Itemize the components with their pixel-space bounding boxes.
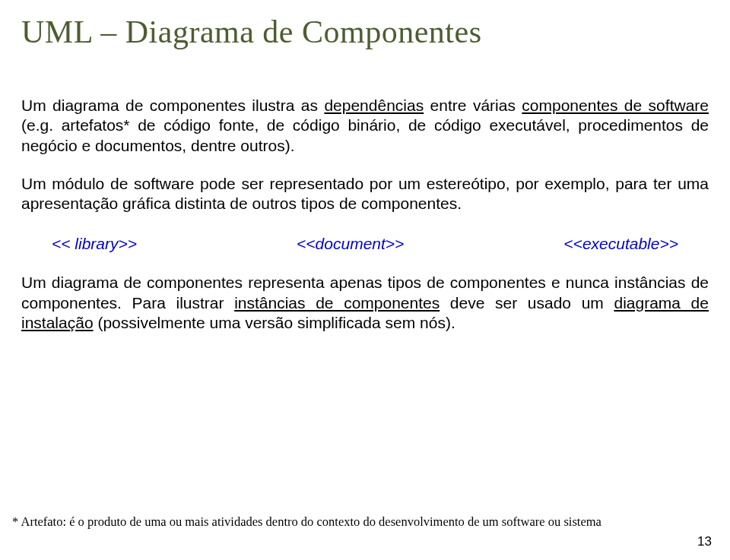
paragraph-2: Um módulo de software pode ser represent… [21, 174, 709, 214]
footnote: * Artefato: é o produto de uma ou mais a… [12, 514, 601, 530]
paragraph-3: Um diagrama de componentes representa ap… [21, 273, 709, 333]
footnote-label: * Artefato: [12, 514, 66, 529]
text-underline-dependencias: dependências [324, 96, 424, 114]
stereotype-row: << library>> <<document>> <<executable>> [21, 232, 709, 273]
stereotype-library: << library>> [52, 235, 137, 253]
text-fragment: (possivelmente uma versão simplificada s… [94, 314, 455, 331]
paragraph-1: Um diagrama de componentes ilustra as de… [21, 96, 709, 156]
stereotype-executable: <<executable>> [563, 235, 678, 253]
text-fragment: Um diagrama de componentes ilustra as [21, 96, 324, 114]
text-fragment: deve ser usado um [440, 294, 614, 312]
text-underline-componentes: componentes de software [522, 96, 709, 114]
page-title: UML – Diagrama de Componentes [21, 14, 709, 50]
text-fragment: (e.g. artefatos* de código fonte, de cód… [21, 116, 709, 153]
footnote-text: é o produto de uma ou mais atividades de… [66, 514, 601, 529]
stereotype-document: <<document>> [297, 235, 404, 253]
page-number: 13 [697, 534, 712, 549]
text-fragment: entre várias [424, 96, 522, 114]
text-underline-instancias: instâncias de componentes [234, 294, 440, 312]
